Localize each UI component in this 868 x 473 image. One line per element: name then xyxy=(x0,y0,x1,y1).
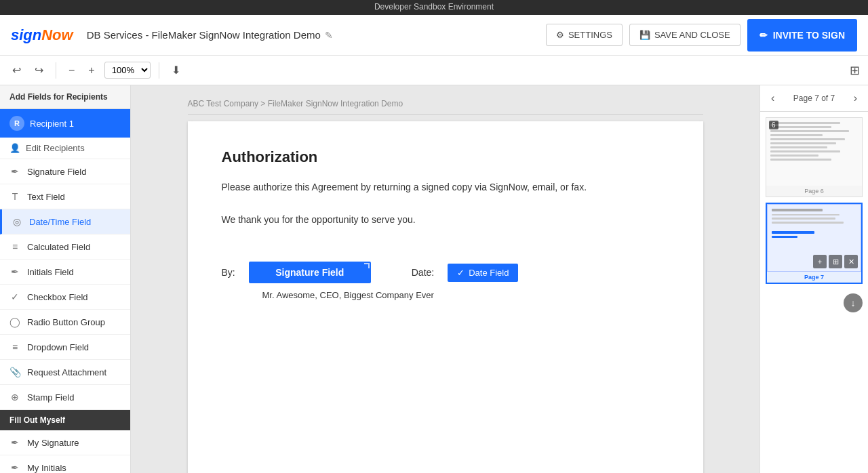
thumbnail-number-6: 6 xyxy=(769,121,778,129)
recipient-avatar: R xyxy=(9,116,24,131)
by-label: By: xyxy=(222,267,235,278)
person-icon: 👤 xyxy=(9,143,20,153)
gear-icon: ⚙ xyxy=(556,30,564,40)
dropdown-icon: ≡ xyxy=(9,342,20,352)
download-button[interactable]: ⬇ xyxy=(167,61,184,79)
document-title: DB Services - FileMaker SignNow Integrat… xyxy=(87,29,546,41)
body-paragraph-2: We thank you for the opportunity to serv… xyxy=(222,212,669,228)
calculated-icon: ≡ xyxy=(9,241,20,252)
datetime-icon: ◎ xyxy=(12,216,22,227)
radio-icon: ◯ xyxy=(9,316,20,327)
developer-banner: Developer Sandbox Environment xyxy=(0,0,868,15)
field-item-initials[interactable]: ✒ Initials Field xyxy=(0,260,130,285)
prev-page-button[interactable]: ‹ xyxy=(767,91,778,106)
recipient-item[interactable]: R Recipient 1 xyxy=(0,109,130,138)
signer-name: Mr. Awesome, CEO, Biggest Company Ever xyxy=(262,290,669,300)
signature-field-widget[interactable]: Signature Field xyxy=(249,262,371,283)
scroll-down-button[interactable]: ↓ xyxy=(844,293,863,312)
my-signature-icon: ✒ xyxy=(9,437,20,448)
field-item-calculated[interactable]: ≡ Calculated Field xyxy=(0,234,130,260)
signature-icon: ✒ xyxy=(9,166,20,177)
toolbar-right: ⊞ xyxy=(850,63,860,78)
header-actions: ⚙ SETTINGS 💾 SAVE AND CLOSE ✏ INVITE TO … xyxy=(546,19,857,52)
text-icon: T xyxy=(9,191,20,202)
field-item-stamp[interactable]: ⊕ Stamp Field xyxy=(0,385,130,410)
thumb-delete-button[interactable]: ✕ xyxy=(844,255,858,268)
field-item-radio[interactable]: ◯ Radio Button Group xyxy=(0,310,130,335)
fill-section-header: Fill Out Myself xyxy=(0,410,130,430)
date-check-icon: ✓ xyxy=(457,268,465,278)
checkbox-icon: ✓ xyxy=(9,291,20,302)
next-page-button[interactable]: › xyxy=(850,91,861,106)
field-corner-handle xyxy=(364,263,370,268)
settings-button[interactable]: ⚙ SETTINGS xyxy=(546,24,623,46)
field-item-dropdown[interactable]: ≡ Dropdown Field xyxy=(0,335,130,360)
my-initials-icon: ✒ xyxy=(9,462,20,473)
right-panel: ‹ Page 7 of 7 › 6 Page 6 7 xyxy=(760,85,868,473)
page-thumbnail-6[interactable]: 6 Page 6 xyxy=(766,117,863,197)
pen-icon: ✏ xyxy=(760,30,768,41)
toolbar: ↩ ↪ − + 50% 75% 100% 125% 150% ⬇ ⊞ xyxy=(0,56,868,85)
initials-icon: ✒ xyxy=(9,266,20,277)
field-item-attachment[interactable]: 📎 Request Attachment xyxy=(0,360,130,385)
main-layout: Add Fields for Recipients R Recipient 1 … xyxy=(0,85,868,473)
thumbnail-image-7: + ⊞ ✕ xyxy=(767,204,861,272)
field-item-my-signature[interactable]: ✒ My Signature xyxy=(0,430,130,455)
thumbnail-footer-7: Page 7 xyxy=(767,272,861,283)
left-sidebar: Add Fields for Recipients R Recipient 1 … xyxy=(0,85,131,473)
field-item-datetime[interactable]: ◎ Date/Time Field xyxy=(0,209,130,234)
monitor-icon: ⊞ xyxy=(850,64,860,77)
document-body: Please authorize this Agreement by retur… xyxy=(222,180,669,228)
zoom-select[interactable]: 50% 75% 100% 125% 150% xyxy=(104,62,151,79)
save-close-button[interactable]: 💾 SAVE AND CLOSE xyxy=(629,24,741,46)
toolbar-separator xyxy=(56,62,56,79)
panel-header: ‹ Page 7 of 7 › xyxy=(760,85,868,112)
app-logo: signNow xyxy=(11,26,73,44)
field-item-signature[interactable]: ✒ Signature Field xyxy=(0,159,130,184)
document-page: Authorization Please authorize this Agre… xyxy=(188,121,703,473)
date-field-widget[interactable]: ✓ Date Field xyxy=(448,264,518,282)
page-title: Authorization xyxy=(222,148,669,166)
thumb-copy-button[interactable]: ⊞ xyxy=(829,255,842,268)
field-item-text[interactable]: T Text Field xyxy=(0,184,130,209)
save-icon: 💾 xyxy=(639,30,650,40)
redo-button[interactable]: ↪ xyxy=(31,61,47,79)
invite-to-sign-button[interactable]: ✏ INVITE TO SIGN xyxy=(747,19,857,52)
thumbnail-footer-6: Page 6 xyxy=(766,186,862,197)
stamp-icon: ⊕ xyxy=(9,392,20,403)
app-header: signNow DB Services - FileMaker SignNow … xyxy=(0,15,868,56)
document-area: ABC Test Company > FileMaker SignNow Int… xyxy=(131,85,760,473)
edit-title-icon[interactable]: ✎ xyxy=(325,30,333,41)
thumb-add-button[interactable]: + xyxy=(813,255,827,268)
page-thumbnail-7[interactable]: 7 + ⊞ ✕ Page 7 xyxy=(766,203,863,284)
page-info: Page 7 of 7 xyxy=(778,94,849,103)
attachment-icon: 📎 xyxy=(9,367,20,377)
body-paragraph-1: Please authorize this Agreement by retur… xyxy=(222,180,669,196)
field-item-checkbox[interactable]: ✓ Checkbox Field xyxy=(0,285,130,310)
signature-row: By: Signature Field Date: ✓ Date Field xyxy=(222,262,669,283)
thumbnail-image-6 xyxy=(766,118,862,186)
undo-button[interactable]: ↩ xyxy=(8,61,25,79)
date-label: Date: xyxy=(412,267,434,278)
toolbar-separator-2 xyxy=(159,62,159,79)
thumbnail-actions: + ⊞ ✕ xyxy=(813,255,858,268)
edit-recipients-button[interactable]: 👤 Edit Recipients xyxy=(0,138,130,159)
zoom-out-button[interactable]: − xyxy=(64,62,79,79)
breadcrumb: ABC Test Company > FileMaker SignNow Int… xyxy=(188,99,703,115)
field-item-my-initials[interactable]: ✒ My Initials xyxy=(0,455,130,473)
zoom-in-button[interactable]: + xyxy=(84,62,98,79)
sidebar-header: Add Fields for Recipients xyxy=(0,85,130,109)
